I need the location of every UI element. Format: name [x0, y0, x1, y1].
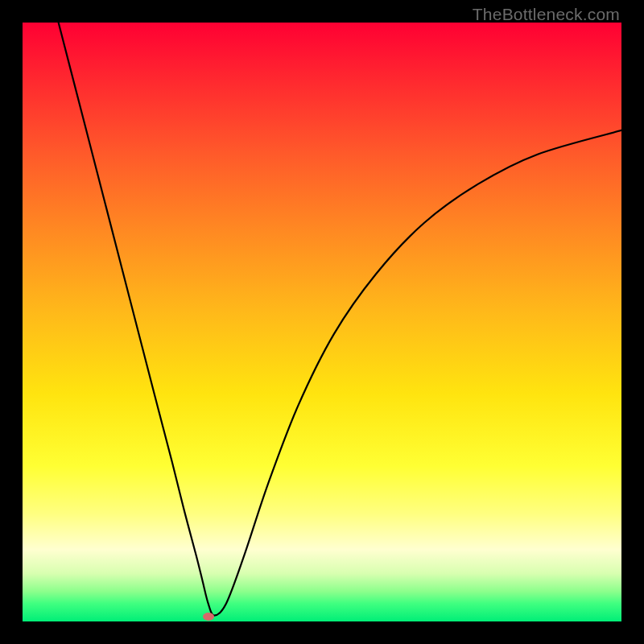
- curve-svg: [23, 23, 621, 621]
- chart-frame: TheBottleneck.com: [0, 0, 644, 644]
- plot-area: [23, 23, 621, 621]
- bottleneck-curve: [59, 23, 621, 616]
- watermark-text: TheBottleneck.com: [473, 5, 620, 24]
- minimum-marker: [203, 613, 214, 621]
